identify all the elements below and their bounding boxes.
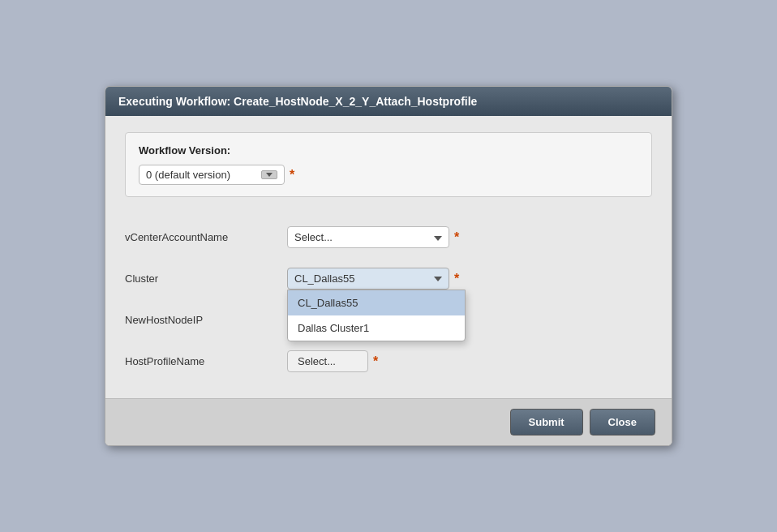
workflow-version-value: 0 (default version) bbox=[146, 169, 230, 181]
vcenter-required-star: * bbox=[454, 230, 459, 245]
close-button[interactable]: Close bbox=[590, 409, 655, 435]
workflow-version-box: Workflow Version: 0 (default version) * bbox=[125, 132, 652, 197]
workflow-version-arrow-icon[interactable] bbox=[261, 170, 277, 179]
cluster-control-area: CL_Dallas55 CL_Dallas55 Dallas Cluster1 … bbox=[287, 268, 459, 290]
workflow-version-select[interactable]: 0 (default version) bbox=[139, 165, 285, 185]
cluster-chevron-down-icon bbox=[434, 277, 442, 281]
vcenter-control-area: Select... * bbox=[287, 226, 459, 248]
host-profile-control-area: Select... * bbox=[287, 350, 378, 372]
close-button-text: Close bbox=[608, 416, 637, 428]
dialog-body: Workflow Version: 0 (default version) * … bbox=[105, 116, 672, 398]
version-row: 0 (default version) * bbox=[139, 165, 638, 185]
cluster-select-text: CL_Dallas55 bbox=[294, 272, 354, 285]
cluster-form-row: Cluster CL_Dallas55 CL_Dallas55 Dallas C… bbox=[125, 258, 652, 299]
chevron-down-icon bbox=[266, 173, 273, 177]
form-rows: vCenterAccountName Select... * Cluster bbox=[125, 217, 652, 382]
workflow-version-required-star: * bbox=[290, 168, 294, 182]
vcenter-select-text: Select... bbox=[294, 231, 333, 243]
host-profile-label: HostProfileName bbox=[125, 355, 287, 367]
cluster-dropdown-menu: CL_Dallas55 Dallas Cluster1 bbox=[287, 290, 466, 341]
cluster-required-star: * bbox=[454, 272, 459, 286]
executing-workflow-dialog: Executing Workflow: Create_HostNode_X_2_… bbox=[105, 86, 672, 446]
host-profile-select-button[interactable]: Select... bbox=[287, 350, 368, 372]
host-profile-form-row: HostProfileName Select... * bbox=[125, 341, 652, 382]
vcenter-form-row: vCenterAccountName Select... * bbox=[125, 217, 652, 258]
cluster-dropdown-wrapper: CL_Dallas55 CL_Dallas55 Dallas Cluster1 bbox=[287, 268, 449, 290]
chevron-down-icon bbox=[434, 236, 442, 241]
dialog-title-text: Executing Workflow: Create_HostNode_X_2_… bbox=[118, 95, 477, 108]
cluster-option-dallas55[interactable]: CL_Dallas55 bbox=[288, 290, 465, 315]
cluster-label: Cluster bbox=[125, 272, 287, 285]
workflow-version-label: Workflow Version: bbox=[139, 144, 638, 157]
dialog-overlay: Executing Workflow: Create_HostNode_X_2_… bbox=[15, 15, 762, 517]
host-profile-required-star: * bbox=[373, 354, 378, 369]
cluster-option-dallas-cluster1[interactable]: Dallas Cluster1 bbox=[288, 315, 465, 341]
vcenter-select[interactable]: Select... bbox=[287, 226, 449, 248]
submit-button[interactable]: Submit bbox=[510, 409, 583, 435]
host-profile-btn-text: Select... bbox=[298, 355, 336, 367]
new-host-label: NewHostNodeIP bbox=[125, 314, 287, 326]
vcenter-dropdown-arrow-icon bbox=[434, 231, 442, 243]
vcenter-label: vCenterAccountName bbox=[125, 231, 287, 243]
cluster-select[interactable]: CL_Dallas55 bbox=[287, 268, 449, 290]
dialog-footer: Submit Close bbox=[105, 398, 672, 445]
dialog-title: Executing Workflow: Create_HostNode_X_2_… bbox=[105, 87, 672, 116]
submit-button-text: Submit bbox=[529, 416, 565, 428]
